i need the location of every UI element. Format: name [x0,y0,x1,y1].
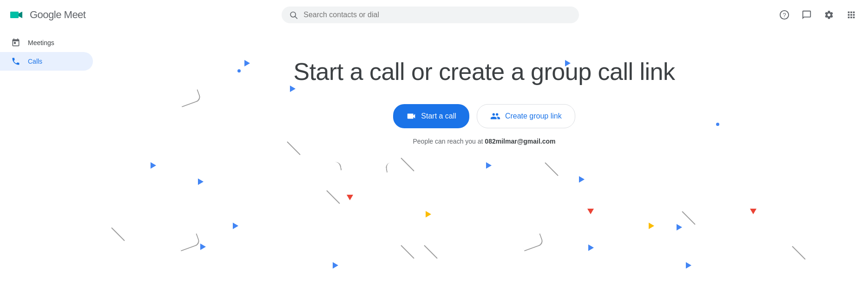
feedback-icon [802,10,812,20]
feedback-button[interactable] [797,6,816,24]
sidebar-meetings-label: Meetings [28,39,54,46]
app-name: Google Meet [30,9,85,21]
page-title: Start a call or create a group call link [293,58,675,86]
main-content: Start a call or create a group call link… [100,30,868,303]
help-icon: ? [779,10,789,20]
svg-rect-1 [10,12,19,18]
apps-button[interactable] [842,6,861,24]
sidebar-calls-label: Calls [28,58,42,65]
create-group-link-button[interactable]: Create group link [477,104,575,128]
group-icon [490,111,500,121]
header-left: Google Meet [7,6,85,24]
svg-line-3 [295,17,297,19]
search-icon [289,10,298,20]
header-right: ? [775,6,861,24]
search-bar[interactable] [282,7,579,23]
sidebar: Meetings Calls [0,30,100,303]
start-call-label: Start a call [421,112,456,120]
layout: Meetings Calls [0,30,868,303]
reach-info: People can reach you at 082milmar@gmail.… [413,138,555,145]
start-call-button[interactable]: Start a call [393,104,469,128]
reach-email: 082milmar@gmail.com [485,138,555,145]
search-input[interactable] [303,11,572,19]
apps-icon [846,10,856,20]
sidebar-item-calls[interactable]: Calls [0,52,93,71]
google-meet-logo-icon [7,6,26,24]
settings-button[interactable] [820,6,838,24]
phone-icon [11,57,20,66]
help-button[interactable]: ? [775,6,794,24]
reach-prefix: People can reach you at [413,138,483,145]
action-buttons: Start a call Create group link [393,104,575,128]
create-group-link-label: Create group link [505,112,562,120]
header: Google Meet ? [0,0,868,30]
video-icon [406,111,416,121]
calendar-icon [11,38,20,47]
svg-text:?: ? [783,12,786,19]
sidebar-item-meetings[interactable]: Meetings [0,33,93,52]
settings-icon [824,10,834,20]
